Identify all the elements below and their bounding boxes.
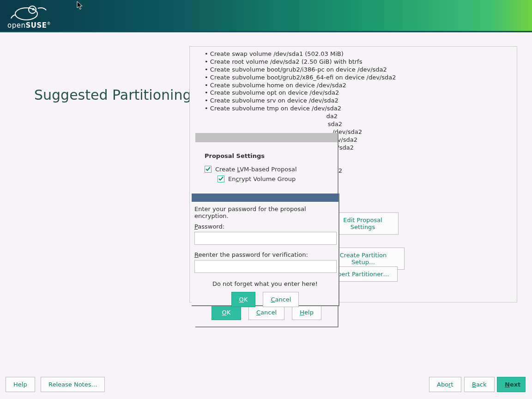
checkbox-checked-icon (218, 175, 224, 182)
list-item: Create subvolume boot/grub2/x86_64-efi o… (205, 74, 513, 82)
ok-button[interactable]: OK (231, 292, 256, 307)
list-item: Create subvolume home on device /dev/sda… (205, 82, 513, 90)
bottom-nav: Help Release Notes… Abort Back Next (0, 371, 532, 399)
lvm-checkbox-row[interactable]: Create LVM-based Proposal (205, 166, 328, 173)
password-reenter-input[interactable] (194, 260, 337, 273)
list-item: Create subvolume tmp on device /dev/sda2 (205, 105, 513, 113)
svg-point-2 (32, 8, 35, 11)
password-input[interactable] (194, 232, 337, 245)
brand-text: openSUSE® (7, 21, 51, 30)
mouse-cursor-icon (77, 1, 83, 10)
dialog-titlebar[interactable] (195, 133, 338, 142)
dialog-titlebar[interactable] (192, 193, 339, 202)
encrypt-checkbox-row[interactable]: Encrypt Volume Group (218, 175, 328, 182)
help-button[interactable]: Help (6, 377, 35, 392)
list-item: Create swap volume /dev/sda1 (502.03 MiB… (205, 50, 513, 58)
list-item: Create subvolume boot/grub2/i386-pc on d… (205, 66, 513, 74)
next-button[interactable]: Next (497, 377, 526, 392)
encrypt-label: Encrypt Volume Group (228, 175, 296, 182)
checkbox-checked-icon (205, 166, 212, 173)
brand-prefix: open (7, 21, 25, 30)
password-hint: Do not forget what you enter here! (194, 280, 336, 287)
password-label: Password: (194, 223, 336, 230)
list-item: da2 (205, 113, 513, 121)
abort-button[interactable]: Abort (429, 377, 461, 392)
list-item: Create subvolume opt on device /dev/sda2 (205, 89, 513, 97)
page-title: Suggested Partitioning (34, 87, 191, 103)
list-item: Create subvolume srv on device /dev/sda2 (205, 97, 513, 105)
dialog-message: Enter your password for the proposal enc… (194, 206, 336, 219)
password-dialog: Enter your password for the proposal enc… (192, 193, 339, 306)
release-notes-button[interactable]: Release Notes… (41, 377, 105, 392)
reenter-label: Reenter the password for verification: (194, 251, 336, 258)
cancel-button[interactable]: Cancel (263, 292, 299, 307)
brand-bold: SUSE (25, 21, 47, 30)
list-item: Create root volume /dev/sda2 (2.50 GiB) … (205, 58, 513, 66)
list-item: sda2 (205, 121, 513, 128)
lvm-label: Create LVM-based Proposal (215, 166, 297, 173)
opensuse-logo (10, 4, 48, 21)
back-button[interactable]: Back (464, 377, 495, 392)
dialog-heading: Proposal Settings (205, 152, 328, 159)
